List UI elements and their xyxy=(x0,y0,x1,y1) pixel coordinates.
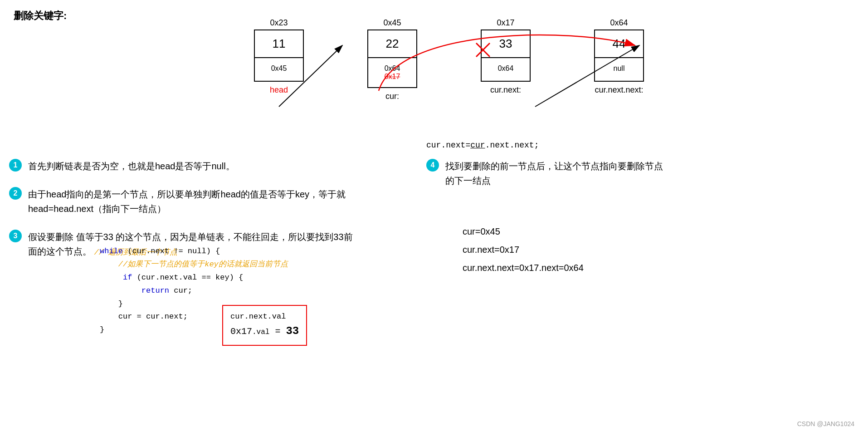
code-line-while: while (cur.next != null) { xyxy=(100,245,288,258)
step4-header: 4 找到要删除的前一节点后，让这个节点指向要删除节点 的下一结点 xyxy=(426,159,789,188)
code-line-if: if (cur.next.val == key) { xyxy=(100,271,288,285)
annotation-equals: = xyxy=(269,326,286,337)
return-value: cur; xyxy=(174,286,192,295)
var-list: cur=0x45 cur.next=0x17 cur.next.next=0x1… xyxy=(463,222,584,277)
annotation-val-label: .val xyxy=(252,328,269,336)
node2-next: 0x64 0x17 xyxy=(368,58,416,87)
annotation-line2: 0x17.val = 33 xyxy=(230,323,299,340)
annotation-line1: cur.next.val xyxy=(230,310,299,323)
node1-box: 11 0x45 xyxy=(254,29,304,82)
node1-next: 0x45 xyxy=(255,58,303,81)
cur-assign: cur = cur.next; xyxy=(100,312,188,321)
brace2: } xyxy=(100,325,104,334)
annotation-val: 33 xyxy=(286,325,299,337)
step2-text: 由于head指向的是第一个节点，所以要单独判断head的值是否等于key，等于就… xyxy=(28,187,346,216)
curnext-code: cur.next=curcur.next=cur.next.next;.next… xyxy=(426,141,539,150)
page-container: 删除关键字: 0x23 11 0x45 head 0x45 22 0x64 0x… xyxy=(0,0,868,432)
node4-next: null xyxy=(595,58,643,81)
step-1: 1 首先判断链表是否为空，也就是head是否等于null。 xyxy=(9,159,417,173)
step1-circle: 1 xyxy=(9,159,22,172)
return-keyword: return xyxy=(141,286,169,295)
curnext-underline: cur xyxy=(470,141,485,150)
step-2: 2 由于head指向的是第一个节点，所以要单独判断head的值是否等于key，等… xyxy=(9,187,417,216)
node3-address: 0x17 xyxy=(481,18,531,28)
node2-box: 22 0x64 0x17 xyxy=(367,29,417,88)
node2-next-new: 0x64 xyxy=(385,64,400,72)
if-indent xyxy=(100,273,118,282)
node1-value: 11 xyxy=(255,30,303,58)
if-keyword: if xyxy=(123,273,132,282)
while-keyword: while xyxy=(100,247,123,255)
step4-text: 找到要删除的前一节点后，让这个节点指向要删除节点 的下一结点 xyxy=(445,159,663,188)
step1-text: 首先判断链表是否为空，也就是head是否等于null。 xyxy=(28,159,235,173)
node-3: 0x17 33 0x64 cur.next: xyxy=(481,18,531,95)
nodes-diagram: 0x23 11 0x45 head 0x45 22 0x64 0x17 cur:… xyxy=(254,18,644,101)
curnext-prefix: cur.next= xyxy=(426,141,470,150)
node2-label: cur: xyxy=(367,92,417,101)
annotation-addr: 0x17 xyxy=(230,326,252,337)
if-condition: (cur.next.val == key) { xyxy=(137,273,244,282)
annotation-text1: cur.next.val xyxy=(230,312,286,321)
node4-box: 44 null xyxy=(594,29,644,82)
node-2: 0x45 22 0x64 0x17 cur: xyxy=(367,18,417,101)
var-cur-next-next: cur.next.next=0x17.next=0x64 xyxy=(463,259,584,277)
node3-label: cur.next: xyxy=(481,85,531,95)
node4-label: cur.next.next: xyxy=(594,85,644,95)
node-1: 0x23 11 0x45 head xyxy=(254,18,304,95)
step3-circle: 3 xyxy=(9,230,22,242)
code-comment2: //如果下一节点的值等于key的话就返回当前节点 xyxy=(100,258,288,271)
var-cur-next: cur.next=0x17 xyxy=(463,241,584,259)
node4-value: 44 xyxy=(595,30,643,58)
node3-value: 33 xyxy=(482,30,530,58)
node2-value: 22 xyxy=(368,30,416,58)
code-annotation-box: cur.next.val 0x17.val = 33 xyxy=(222,305,307,346)
footer: CSDN @JANG1024 xyxy=(797,420,854,427)
node3-next: 0x64 xyxy=(482,58,530,81)
step4-circle: 4 xyxy=(426,159,439,172)
node1-address: 0x23 xyxy=(254,18,304,28)
node4-address: 0x64 xyxy=(594,18,644,28)
curnext-suffix2: .next.next; xyxy=(485,141,539,150)
return-indent xyxy=(100,286,137,295)
node-4: 0x64 44 null cur.next.next: xyxy=(594,18,644,95)
step2-circle: 2 xyxy=(9,187,22,200)
code-line-return: return cur; xyxy=(100,285,288,298)
node3-box: 33 0x64 xyxy=(481,29,531,82)
node1-label: head xyxy=(254,85,304,95)
node2-address: 0x45 xyxy=(367,18,417,28)
var-cur: cur=0x45 xyxy=(463,222,584,241)
brace1: } xyxy=(100,299,123,308)
step4-area: 4 找到要删除的前一节点后，让这个节点指向要删除节点 的下一结点 xyxy=(426,159,789,197)
while-condition: (cur.next != null) { xyxy=(127,247,220,255)
node2-next-old: 0x17 xyxy=(385,73,400,80)
